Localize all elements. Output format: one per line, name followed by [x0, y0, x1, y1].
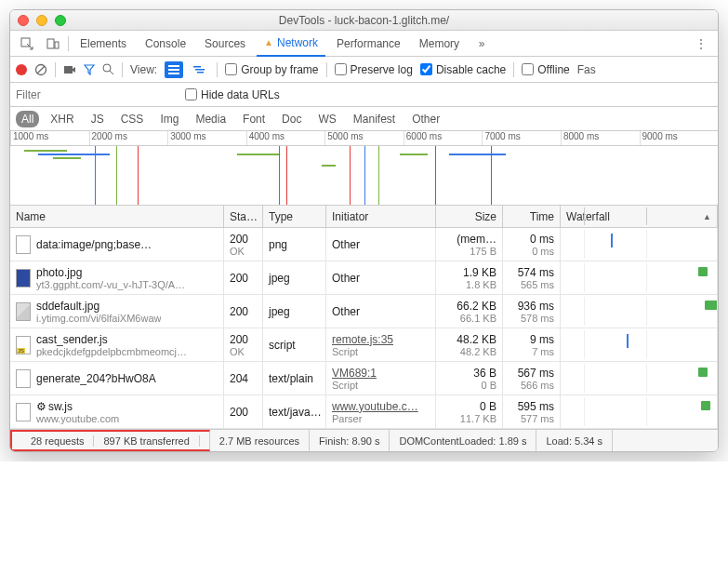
table-row[interactable]: ⚙sw.js www.youtube.com 200 text/java… ww…	[10, 395, 718, 429]
initiator-text: Other	[332, 238, 430, 251]
svg-line-7	[110, 71, 113, 74]
transferred-size: 897 KB transferred	[94, 435, 199, 447]
filter-font[interactable]: Font	[237, 111, 271, 127]
large-rows-button[interactable]	[165, 61, 183, 78]
transfer-size: 36 B	[473, 367, 496, 380]
col-type[interactable]: Type	[263, 206, 326, 227]
hide-data-urls-checkbox[interactable]: Hide data URLs	[185, 88, 280, 101]
disable-cache-checkbox[interactable]: Disable cache	[420, 63, 506, 76]
waterfall-gridline	[646, 230, 647, 259]
filter-img[interactable]: Img	[154, 111, 184, 127]
file-type-icon	[16, 336, 31, 354]
kebab-menu-icon[interactable]: ⋮	[690, 33, 712, 54]
gear-icon: ⚙	[36, 400, 46, 413]
tab-memory[interactable]: Memory	[412, 31, 467, 57]
latency-time: 0 ms	[532, 246, 554, 257]
resource-size: 1.8 KB	[466, 279, 496, 290]
camera-icon[interactable]	[63, 64, 76, 75]
overview-button[interactable]	[191, 61, 209, 78]
initiator-link[interactable]: remote.js:35	[332, 333, 430, 346]
waterfall-cell	[561, 328, 718, 361]
filter-all[interactable]: All	[16, 111, 39, 127]
status-text: OK	[230, 346, 257, 357]
filter-media[interactable]: Media	[190, 111, 232, 127]
status-code: 200	[230, 333, 257, 346]
filter-manifest[interactable]: Manifest	[348, 111, 401, 127]
device-icon[interactable]	[42, 33, 64, 54]
total-time: 0 ms	[530, 233, 554, 246]
filter-icon[interactable]	[84, 64, 95, 75]
svg-rect-11	[193, 66, 201, 68]
transfer-size: 48.2 KB	[457, 333, 496, 346]
filter-other[interactable]: Other	[406, 111, 445, 127]
more-tabs-icon[interactable]: »	[470, 33, 493, 54]
svg-point-6	[103, 64, 111, 72]
file-type-icon	[16, 369, 31, 388]
svg-rect-5	[64, 66, 73, 74]
col-waterfall[interactable]: Waterfall ▲	[561, 206, 718, 227]
table-row[interactable]: cast_sender.js pkedcjkdefgpdelpbcmbmeomc…	[10, 328, 718, 362]
mime-type: png	[269, 238, 320, 251]
transfer-size: 0 B	[480, 400, 496, 413]
request-domain: yt3.ggpht.com/-vu_v-hJT-3Q/A…	[36, 279, 185, 290]
resource-size: 11.7 KB	[460, 413, 496, 424]
request-domain: www.youtube.com	[36, 413, 119, 424]
tab-elements[interactable]: Elements	[73, 31, 134, 57]
record-button[interactable]	[16, 64, 27, 75]
filter-ws[interactable]: WS	[312, 111, 341, 127]
initiator-kind: Script	[332, 346, 430, 357]
inspect-icon[interactable]	[16, 33, 38, 54]
table-row[interactable]: photo.jpg yt3.ggpht.com/-vu_v-hJT-3Q/A… …	[10, 261, 718, 295]
table-row[interactable]: sddefault.jpg i.ytimg.com/vi/6lfaiXM6waw…	[10, 295, 718, 328]
timeline-overview[interactable]: 1000 ms2000 ms3000 ms 4000 ms5000 ms6000…	[10, 131, 718, 206]
latency-time: 7 ms	[532, 346, 554, 357]
preserve-log-checkbox[interactable]: Preserve log	[335, 63, 413, 76]
file-type-icon	[16, 403, 31, 421]
request-name: cast_sender.js	[36, 333, 187, 346]
summary-highlight: 28 requests 897 KB transferred	[10, 430, 210, 451]
waterfall-bar	[705, 301, 718, 310]
latency-time: 565 ms	[521, 279, 554, 290]
svg-rect-10	[168, 73, 179, 74]
waterfall-tick	[611, 234, 613, 247]
devtools-window: DevTools - luck-bacon-1.glitch.me/ Eleme…	[9, 9, 719, 452]
col-time[interactable]: Time	[503, 206, 561, 227]
initiator-link[interactable]: www.youtube.c…	[332, 400, 430, 413]
mime-type: jpeg	[269, 272, 320, 285]
table-row[interactable]: generate_204?bHwO8A 204 text/plain VM689…	[10, 362, 718, 395]
offline-checkbox[interactable]: Offline	[522, 63, 569, 76]
clear-icon[interactable]	[34, 63, 47, 76]
mime-type: text/java…	[269, 406, 320, 419]
search-icon[interactable]	[102, 63, 114, 75]
tab-network[interactable]: ▲ Network	[257, 31, 325, 57]
transfer-size: 1.9 KB	[463, 266, 496, 279]
status-code: 200	[230, 406, 257, 419]
tab-sources[interactable]: Sources	[197, 31, 253, 57]
filter-js[interactable]: JS	[86, 111, 110, 127]
col-status[interactable]: Sta…	[224, 206, 263, 227]
request-name: generate_204?bHwO8A	[36, 372, 156, 385]
col-size[interactable]: Size	[436, 206, 503, 227]
view-label: View:	[130, 63, 157, 76]
tab-console[interactable]: Console	[138, 31, 193, 57]
warning-icon: ▲	[264, 37, 273, 47]
tab-performance[interactable]: Performance	[329, 31, 408, 57]
filter-doc[interactable]: Doc	[276, 111, 307, 127]
filter-input[interactable]	[16, 88, 174, 101]
status-text: OK	[230, 246, 257, 257]
col-initiator[interactable]: Initiator	[326, 206, 436, 227]
initiator-link[interactable]: VM689:1	[332, 367, 430, 380]
initiator-text: Other	[332, 305, 430, 318]
waterfall-gridline	[584, 397, 585, 426]
load-time: Load: 5.34 s	[536, 430, 613, 451]
col-name[interactable]: Name	[10, 206, 224, 227]
waterfall-bar	[698, 267, 708, 276]
timeline-body	[10, 146, 718, 206]
waterfall-bar	[698, 368, 708, 377]
throttling-label[interactable]: Fas	[577, 63, 596, 76]
resource-size: 48.2 KB	[460, 346, 496, 357]
filter-css[interactable]: CSS	[115, 111, 150, 127]
filter-xhr[interactable]: XHR	[45, 111, 79, 127]
table-row[interactable]: data:image/png;base… 200OK png Other (me…	[10, 228, 718, 261]
group-by-frame-checkbox[interactable]: Group by frame	[225, 63, 318, 76]
